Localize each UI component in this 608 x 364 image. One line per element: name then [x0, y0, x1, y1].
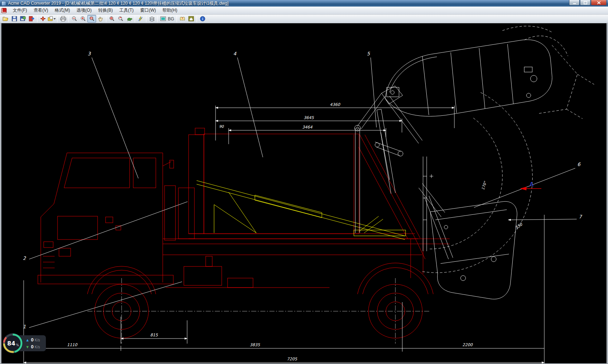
section-marker-a: A: [520, 181, 541, 190]
truck-cab: [38, 153, 194, 284]
menu-options[interactable]: 选项(O): [73, 7, 95, 14]
callout-1: 1: [23, 324, 26, 329]
background-color-button[interactable]: [159, 15, 167, 23]
dwg-document-icon[interactable]: [1, 8, 7, 13]
upload-row: ▲ 0 K/s: [25, 337, 46, 342]
container-body: [189, 128, 420, 239]
marker-a-arrow-icon: [520, 187, 526, 190]
app-icon: [1, 1, 6, 6]
export-exit-button[interactable]: [27, 15, 36, 23]
callout-6: 6: [577, 162, 581, 167]
raised-bucket: [385, 26, 594, 119]
marker-a-label: A: [530, 181, 534, 188]
zoom-in-button[interactable]: [79, 15, 87, 23]
window-frame-left: [0, 23, 1, 364]
upload-value: 0: [31, 337, 33, 342]
swing-arcs: [422, 92, 532, 273]
callout-7: 7: [579, 214, 583, 219]
upload-unit: K/s: [35, 339, 40, 342]
app-window: Acme CAD Converter 2019 - [D:\机械\机械第二批\¢…: [0, 0, 608, 364]
menu-window[interactable]: 窗口(W): [137, 7, 159, 14]
toolbar: BG ? i: [0, 15, 608, 23]
cpu-gauge: 84 %: [1, 332, 24, 355]
zoom-out-button[interactable]: [70, 15, 79, 23]
menu-bar: 文件(F) 查看(V) 格式(M) 选项(O) 转换(B) 工具(T) 窗口(W…: [0, 7, 608, 15]
batch-convert-button[interactable]: [47, 15, 56, 23]
turtle-speed-button[interactable]: [125, 15, 134, 23]
dim-3645: 3645: [304, 115, 314, 120]
zoom-previous-button[interactable]: [116, 15, 125, 23]
home-button[interactable]: [187, 15, 196, 23]
callout-4: 4: [233, 51, 237, 56]
pdf-button[interactable]: [39, 15, 47, 23]
bg-label: BG: [167, 16, 175, 21]
dim-2200: 2200: [462, 343, 473, 347]
minimize-button[interactable]: [569, 0, 580, 5]
save-button[interactable]: [10, 15, 19, 23]
cad-viewport[interactable]: 4360 3645 3464 90 815 1110 3835 2200 720…: [0, 23, 608, 364]
dim-3464: 3464: [302, 125, 313, 130]
dim-3835: 3835: [250, 343, 260, 347]
close-button[interactable]: [591, 0, 607, 5]
download-arrow-icon: ▼: [25, 345, 30, 349]
upload-arrow-icon: ▲: [25, 338, 30, 342]
options-bolt-button[interactable]: [136, 15, 145, 23]
dim-7205: 7205: [287, 357, 297, 361]
dim-90: 90: [219, 124, 224, 128]
help-book-button[interactable]: ?: [178, 15, 187, 23]
download-unit: K/s: [35, 345, 40, 349]
callout-2: 2: [23, 256, 26, 261]
window-controls: [569, 0, 607, 5]
batch-dropdown-caret[interactable]: [54, 18, 56, 20]
maximize-button[interactable]: [580, 0, 591, 5]
net-speed-overlay[interactable]: ▲ 0 K/s ▼ 0 K/s 84 %: [1, 332, 47, 355]
menu-help[interactable]: 帮助(H): [159, 7, 181, 14]
print-button[interactable]: [59, 15, 67, 23]
zoom-extents-button[interactable]: [107, 15, 116, 23]
lift-arm-yellow: [197, 181, 406, 240]
dim-815: 815: [150, 333, 158, 337]
cad-drawing: 4360 3645 3464 90 815 1110 3835 2200 720…: [0, 23, 608, 364]
svg-text:i: i: [202, 17, 203, 21]
about-info-button[interactable]: i: [198, 15, 207, 23]
dim-170deg: 170°: [481, 181, 487, 190]
menu-convert[interactable]: 转换(B): [95, 7, 116, 14]
dim-4360: 4360: [330, 102, 340, 107]
save-as-button[interactable]: [19, 15, 27, 23]
window-frame-right: [607, 23, 608, 364]
callout-5: 5: [367, 51, 370, 56]
zoom-window-button[interactable]: [87, 15, 96, 23]
dim-1110: 1110: [67, 343, 78, 347]
download-value: 0: [31, 344, 33, 349]
title-bar: Acme CAD Converter 2019 - [D:\机械\机械第二批\¢…: [0, 0, 608, 7]
menu-view[interactable]: 查看(V): [30, 7, 51, 14]
layers-button[interactable]: [147, 15, 156, 23]
window-title: Acme CAD Converter 2019 - [D:\机械\机械第二批\¢…: [8, 0, 229, 7]
svg-text:?: ?: [181, 17, 183, 20]
open-button[interactable]: [1, 15, 10, 23]
dimension-lines: 4360 3645 3464 90 815 1110 3835 2200 720…: [24, 102, 544, 364]
menu-file[interactable]: 文件(F): [9, 7, 30, 14]
menu-format[interactable]: 格式(M): [51, 7, 73, 14]
lowered-bucket: [419, 183, 517, 299]
download-row: ▼ 0 K/s: [25, 344, 46, 349]
wheel-centerlines: [87, 278, 430, 344]
callout-3: 3: [88, 51, 91, 56]
menu-tools[interactable]: 工具(T): [116, 7, 137, 14]
pan-button[interactable]: [96, 15, 105, 23]
dim-550: 550: [514, 222, 524, 230]
gauge-percent: 84: [7, 340, 15, 347]
gauge-percent-sign: %: [16, 344, 19, 347]
